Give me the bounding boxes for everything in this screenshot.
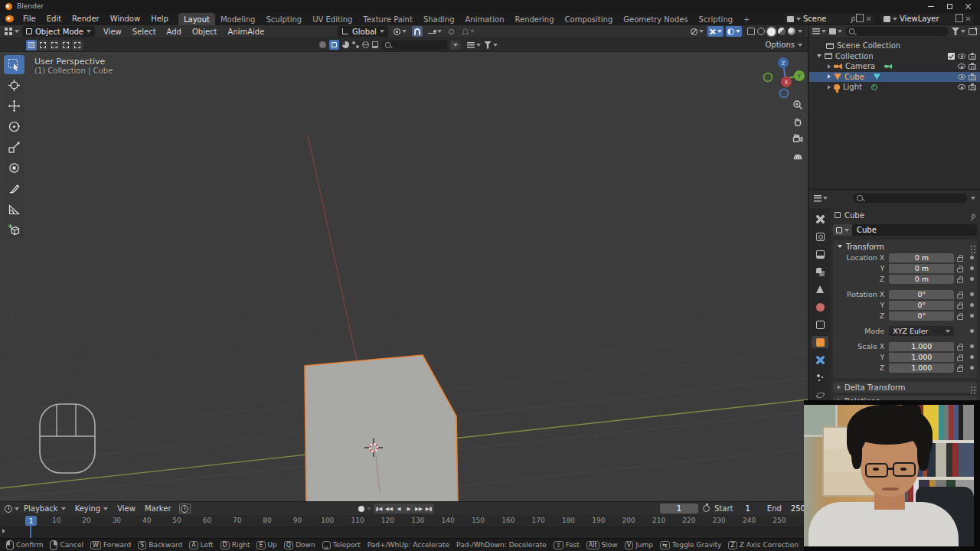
xray-toggle[interactable] [726,26,742,37]
unlink-scene-icon[interactable] [866,16,871,21]
tab-render[interactable] [812,230,828,243]
current-frame-marker[interactable]: 1 [25,516,37,526]
search-dropdown[interactable] [450,41,461,50]
keying-menu[interactable]: Keying [70,503,113,514]
properties-search-input[interactable] [866,194,964,202]
view-menu[interactable]: View [113,503,140,514]
mode-dropdown[interactable]: Object Mode [22,26,95,37]
channel-expand-icon[interactable] [2,529,5,533]
drag-handle-icon[interactable] [971,246,972,247]
transform-panel-header[interactable]: Transform [833,240,977,253]
outliner-row-collection[interactable]: Collection [809,51,980,62]
filter-ball-icon[interactable] [319,41,326,48]
current-frame-field[interactable]: 1 [660,504,698,514]
outliner-search-input[interactable] [858,28,945,35]
scale-tool[interactable] [4,138,24,157]
workspace-tab[interactable]: Compositing [560,13,619,25]
playback-button[interactable]: ◀ [394,504,403,513]
expand-icon[interactable] [817,54,822,57]
lock-icon[interactable] [957,357,963,361]
select-mode-invert-button[interactable] [60,40,71,51]
add-cube-tool[interactable] [4,220,24,240]
viewport-menu[interactable]: Add [162,26,187,37]
breadcrumb-object[interactable]: Cube [844,211,864,220]
toggle-ortho-button[interactable] [789,147,806,164]
use-preview-range-icon[interactable] [703,505,710,512]
rotate-tool[interactable] [4,117,24,136]
menubar-menu[interactable]: File [18,13,41,24]
scale-y-field[interactable]: 1.000 [889,353,954,362]
marker-menu[interactable]: Marker [140,503,176,514]
tool-search-input[interactable] [394,41,443,49]
outliner-row-camera[interactable]: Camera [809,61,980,72]
record-options-dropdown[interactable] [367,507,371,510]
rotation-mode-dropdown[interactable]: XYZ Euler [889,326,954,336]
proportional-edit-toggle[interactable] [447,26,456,37]
snap-settings-dropdown[interactable] [426,26,443,37]
object-id-dropdown[interactable] [833,224,852,236]
lock-icon[interactable] [957,268,963,272]
viewport-menu[interactable]: Object [187,26,223,37]
rendered-shading-icon[interactable] [788,28,795,35]
tab-output[interactable] [812,248,828,260]
lock-icon[interactable] [957,294,963,298]
render-visibility-icon[interactable] [969,64,976,70]
animate-dot-icon[interactable] [970,266,974,270]
menubar-menu[interactable]: Render [67,13,105,24]
location-y-field[interactable]: 0 m [889,264,954,273]
scene-selector[interactable]: Scene [784,14,874,24]
lock-icon[interactable] [957,279,963,283]
snap-toggle[interactable] [412,26,423,37]
filter-duo-icon[interactable] [352,41,359,48]
workspace-tab[interactable]: Layout [178,13,215,25]
close-button[interactable] [963,2,972,11]
select-mode-intersect-button[interactable] [72,40,83,51]
record-button[interactable] [358,506,364,512]
move-tool[interactable] [4,96,24,116]
pan-button[interactable] [789,113,806,130]
outliner-row-scene-collection[interactable]: Scene Collection [809,41,980,51]
hide-eye-icon[interactable] [958,54,965,59]
playback-button[interactable]: ◀◀ [384,504,394,513]
tool-search[interactable] [381,41,447,50]
timeline-editor-type-button[interactable] [5,505,19,513]
show-gizmo-dropdown[interactable] [689,26,705,37]
globe-shading-icon[interactable] [757,28,765,35]
editor-type-button[interactable] [5,28,19,35]
rotation-y-field[interactable]: 0° [889,301,954,310]
render-visibility-icon[interactable] [969,75,976,80]
animate-dot-icon[interactable] [970,277,974,281]
properties-options-dropdown[interactable] [971,197,975,200]
rotation-z-field[interactable]: 0° [889,311,954,321]
filter-funnel-dropdown[interactable] [484,41,498,49]
transform-tool[interactable] [4,158,24,178]
measure-tool[interactable] [4,200,24,219]
tab-view-layer[interactable] [812,266,828,278]
zoom-button[interactable] [789,96,806,113]
camera-view-button[interactable] [789,130,806,147]
drag-handle-icon[interactable] [971,386,972,388]
copy-scene-icon[interactable] [858,15,864,22]
hide-eye-icon[interactable] [958,64,965,69]
viewport-menu[interactable]: Select [127,26,162,37]
playback-button[interactable]: ▶▶ [414,504,423,513]
filter-globe-icon[interactable] [362,41,369,48]
light-data-icon[interactable] [871,84,877,90]
blender-menu-icon[interactable] [5,15,14,22]
workspace-tab[interactable]: Sculpting [260,13,307,25]
workspace-tab[interactable]: Rendering [509,13,559,25]
viewlayer-selector[interactable]: ViewLayer [880,14,974,24]
tab-modifiers[interactable] [812,354,828,366]
filter-active-toggle[interactable] [329,40,339,50]
animate-dot-icon[interactable] [970,344,974,348]
workspace-tab[interactable]: + [738,13,755,25]
outliner-search[interactable] [845,27,949,36]
copy-viewlayer-icon[interactable] [957,15,963,22]
pivot-point-dropdown[interactable] [392,26,408,37]
collection-checkbox[interactable] [948,53,955,60]
display-mode-dropdown[interactable] [467,42,481,48]
menubar-menu[interactable]: Help [145,13,174,24]
tab-scene[interactable] [812,283,828,295]
select-mode-set-button[interactable] [26,40,37,51]
delta-transform-panel[interactable]: Delta Transform [833,382,977,393]
